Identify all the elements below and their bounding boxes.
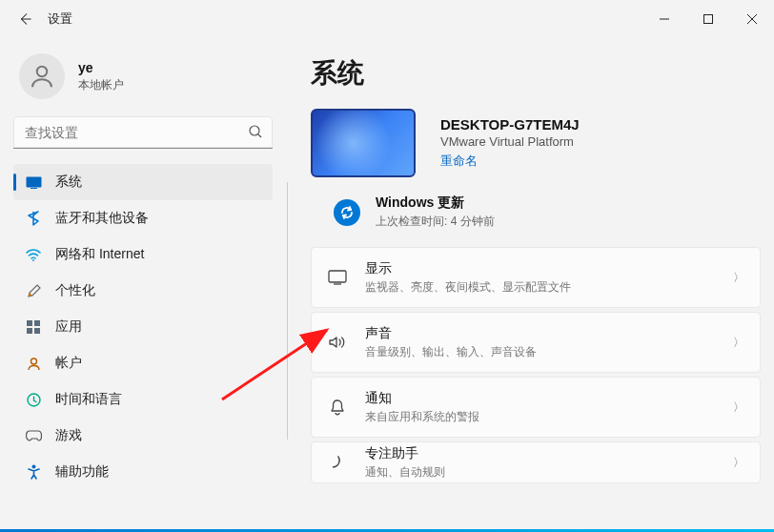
nav-label: 应用 [55,318,82,336]
system-icon [25,174,42,191]
main-content: 系统 DESKTOP-G7TEM4J VMware Virtual Platfo… [286,38,774,532]
avatar [19,53,65,99]
search-icon [248,124,263,143]
nav-item-bluetooth[interactable]: 蓝牙和其他设备 [13,200,273,236]
device-name: DESKTOP-G7TEM4J [440,116,580,133]
nav-item-accounts[interactable]: 帐户 [13,345,273,381]
svg-rect-6 [31,188,37,189]
nav-item-system[interactable]: 系统 [13,164,273,200]
nav-item-gaming[interactable]: 游戏 [13,418,273,454]
card-display[interactable]: 显示 监视器、亮度、夜间模式、显示配置文件 〉 [311,247,761,308]
update-icon [334,199,360,226]
update-subtitle: 上次检查时间: 4 分钟前 [376,214,495,230]
nav-label: 个性化 [55,282,95,299]
accounts-icon [25,355,42,372]
svg-point-2 [37,67,48,77]
chevron-right-icon: 〉 [733,270,744,286]
svg-point-7 [32,259,34,261]
profile-type: 本地帐户 [78,77,124,93]
card-subtitle: 监视器、亮度、夜间模式、显示配置文件 [365,279,733,296]
device-platform: VMware Virtual Platform [440,134,580,149]
window-title: 设置 [48,10,72,28]
sidebar: ye 本地帐户 系统 蓝牙和其他设备 网络和 Internet [0,38,286,532]
gaming-icon [25,427,42,444]
card-sound[interactable]: 声音 音量级别、输出、输入、声音设备 〉 [311,312,761,373]
display-icon [327,270,348,285]
svg-rect-1 [704,15,713,24]
nav-label: 时间和语言 [55,391,122,408]
personalize-icon [25,282,42,299]
profile-text: ye 本地帐户 [78,60,124,93]
nav-label: 帐户 [55,355,82,372]
svg-rect-8 [27,320,32,326]
chevron-right-icon: 〉 [733,455,744,471]
nav-item-accessibility[interactable]: 辅助功能 [13,454,273,490]
nav-item-time-language[interactable]: 时间和语言 [13,381,273,418]
search-box[interactable] [13,116,273,149]
card-title: 显示 [365,260,733,277]
svg-rect-9 [34,320,40,326]
card-text: 声音 音量级别、输出、输入、声音设备 [365,325,733,360]
nav-item-personalization[interactable]: 个性化 [13,273,273,309]
svg-rect-15 [329,271,346,282]
profile-name: ye [78,60,124,75]
svg-rect-11 [34,328,40,334]
svg-point-3 [250,126,259,135]
nav-label: 系统 [55,174,82,191]
maximize-button[interactable] [686,0,730,38]
accessibility-icon [25,463,42,481]
nav-label: 辅助功能 [55,463,109,481]
nav-label: 蓝牙和其他设备 [55,210,149,227]
window-controls [642,0,774,38]
device-info: DESKTOP-G7TEM4J VMware Virtual Platform … [440,116,580,170]
chevron-right-icon: 〉 [733,399,744,416]
update-title: Windows 更新 [376,194,495,212]
chevron-right-icon: 〉 [733,335,744,351]
settings-cards: 显示 监视器、亮度、夜间模式、显示配置文件 〉 声音 音量级别、输出、输入、声音… [311,247,761,483]
minimize-button[interactable] [642,0,686,38]
card-text: 专注助手 通知、自动规则 [365,445,733,481]
card-title: 声音 [365,325,733,342]
nav-label: 游戏 [55,427,82,444]
sound-icon [327,335,348,350]
svg-rect-5 [26,176,41,187]
card-notifications[interactable]: 通知 来自应用和系统的警报 〉 [311,377,761,438]
close-button[interactable] [730,0,774,38]
bluetooth-icon [25,210,42,227]
network-icon [25,246,42,263]
svg-line-4 [258,134,261,137]
nav-item-network[interactable]: 网络和 Internet [13,236,273,273]
svg-point-14 [31,465,35,469]
card-subtitle: 音量级别、输出、输入、声音设备 [365,344,733,360]
card-focus-assist[interactable]: 专注助手 通知、自动规则 〉 [311,441,761,483]
card-title: 通知 [365,390,733,407]
card-title: 专注助手 [365,445,733,462]
card-subtitle: 来自应用和系统的警报 [365,409,733,425]
time-icon [25,391,42,408]
focus-icon [327,455,348,471]
device-row: DESKTOP-G7TEM4J VMware Virtual Platform … [311,109,761,177]
apps-icon [25,318,42,336]
update-text: Windows 更新 上次检查时间: 4 分钟前 [376,194,495,230]
nav-label: 网络和 Internet [55,246,144,263]
rename-link[interactable]: 重命名 [440,153,478,170]
nav-item-apps[interactable]: 应用 [13,309,273,345]
device-thumbnail[interactable] [311,109,416,177]
notify-icon [327,399,348,416]
back-button[interactable] [17,11,32,27]
card-subtitle: 通知、自动规则 [365,464,733,481]
search-input[interactable] [13,116,273,149]
profile[interactable]: ye 本地帐户 [19,53,271,99]
card-text: 通知 来自应用和系统的警报 [365,390,733,425]
card-text: 显示 监视器、亮度、夜间模式、显示配置文件 [365,260,733,296]
svg-rect-10 [27,328,32,334]
windows-update-row[interactable]: Windows 更新 上次检查时间: 4 分钟前 [334,194,761,230]
nav-list: 系统 蓝牙和其他设备 网络和 Internet 个性化 应用 帐户 [13,164,273,490]
page-title: 系统 [311,55,761,92]
svg-point-12 [31,358,36,364]
